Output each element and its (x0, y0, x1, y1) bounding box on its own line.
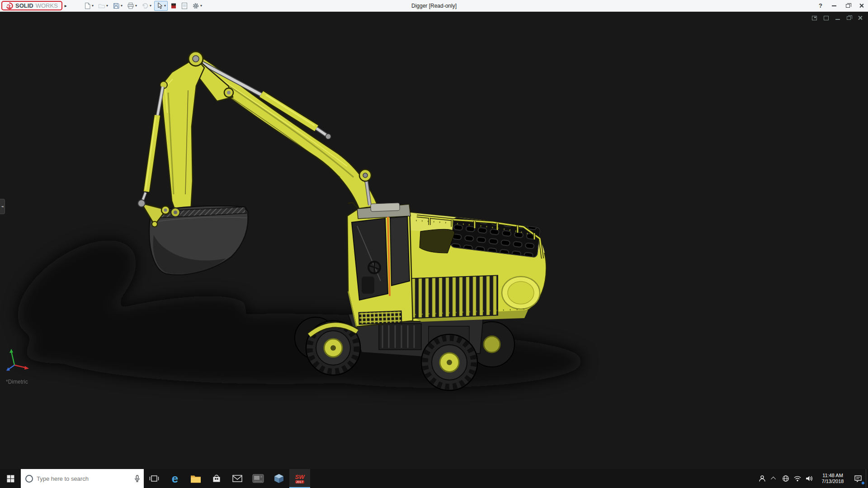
options-button[interactable]: ▾ (190, 1, 204, 11)
select-caret[interactable]: ▾ (164, 4, 166, 8)
windows-logo-icon (7, 475, 14, 483)
save-icon (113, 2, 120, 9)
show-desktop-button[interactable] (866, 469, 868, 488)
digger-model[interactable] (0, 12, 868, 469)
cube-app-icon (274, 473, 284, 484)
cube-app-button[interactable] (269, 469, 289, 488)
document-window-controls (812, 15, 863, 20)
undo-button[interactable]: ▾ (140, 1, 153, 11)
taskbar-search[interactable] (21, 469, 144, 488)
boom-cylinder (203, 63, 331, 139)
document-properties-icon (181, 2, 188, 9)
doc-minimize-icon[interactable] (835, 19, 840, 20)
minimize-button[interactable] (827, 0, 841, 11)
solidworks-logo[interactable]: SOLIDWORKS (1, 1, 62, 10)
file-explorer-icon (190, 474, 201, 483)
minimize-icon (832, 5, 836, 6)
doc-float-window-icon[interactable] (824, 16, 829, 20)
app-thumbnail-icon (252, 474, 264, 483)
task-view-button[interactable] (144, 469, 165, 488)
new-document-icon (84, 2, 91, 9)
network-button[interactable] (780, 469, 792, 488)
digger-body (409, 212, 546, 322)
volume-icon (805, 475, 813, 482)
open-folder-icon (98, 2, 105, 9)
clock-date: 7/13/2018 (822, 479, 844, 484)
new-document-caret[interactable]: ▾ (92, 4, 94, 8)
restore-button[interactable] (841, 0, 854, 11)
start-button[interactable] (0, 469, 21, 488)
document-title: Digger [Read-only] (411, 3, 457, 9)
side-grille (409, 276, 498, 319)
print-icon (127, 2, 134, 9)
store-icon (212, 474, 221, 483)
volume-button[interactable] (803, 469, 815, 488)
edge-icon: e (172, 473, 178, 484)
document-properties-button[interactable] (179, 1, 189, 11)
solidworks-app-icon: SW 2017 (295, 474, 305, 483)
toolbox-button[interactable] (169, 1, 179, 11)
search-input[interactable] (37, 475, 131, 482)
orientation-triad (4, 347, 32, 372)
taskbar: e (0, 469, 868, 488)
doc-restore-icon[interactable] (847, 16, 851, 20)
mail-button[interactable] (227, 469, 248, 488)
quick-access-toolbar: ▾ ▾ ▾ ▾ ▾ ▾ (82, 1, 204, 11)
help-button[interactable]: ? (814, 0, 827, 11)
close-button[interactable] (854, 0, 868, 11)
wheel-front-right (421, 334, 477, 390)
open-button[interactable]: ▾ (96, 1, 110, 11)
toolbar-flyout-arrow[interactable]: ▸ (65, 3, 67, 8)
window-controls: ? (814, 0, 868, 11)
edge-button[interactable]: e (165, 469, 185, 488)
file-explorer-button[interactable] (185, 469, 206, 488)
action-center-icon (854, 475, 862, 482)
app-thumbnail-button[interactable] (248, 469, 269, 488)
clock-time: 11:48 AM (822, 473, 843, 479)
close-icon (859, 3, 864, 8)
logo-text-solid: SOLID (15, 2, 33, 9)
new-document-button[interactable]: ▾ (82, 1, 95, 11)
open-caret[interactable]: ▾ (106, 4, 108, 8)
title-bar: SOLIDWORKS ▸ ▾ ▾ ▾ ▾ ▾ (0, 0, 868, 12)
wifi-button[interactable] (792, 469, 803, 488)
view-orientation-label: *Dimetric (6, 379, 28, 385)
people-icon (758, 475, 766, 482)
viewport-3d[interactable]: ◄ *Dimetric (0, 12, 868, 469)
cortana-icon (25, 475, 33, 483)
wifi-icon (793, 475, 802, 482)
select-cursor-icon (156, 2, 163, 9)
save-caret[interactable]: ▾ (121, 4, 123, 8)
action-center-button[interactable] (850, 469, 866, 488)
doc-new-window-icon[interactable] (812, 16, 817, 20)
undo-icon (142, 2, 149, 9)
options-gear-icon (192, 2, 199, 9)
digger-bucket (138, 200, 248, 275)
network-globe-icon (782, 475, 789, 482)
system-tray: 11:48 AM 7/13/2018 (756, 469, 868, 488)
logo-text-works: WORKS (36, 2, 58, 9)
undo-caret[interactable]: ▾ (150, 4, 151, 8)
print-caret[interactable]: ▾ (135, 4, 137, 8)
digger-cab (347, 202, 413, 327)
notification-badge (861, 481, 865, 485)
options-caret[interactable]: ▾ (200, 4, 202, 8)
mail-icon (232, 475, 242, 482)
restore-icon (846, 4, 850, 8)
doc-close-icon[interactable] (858, 15, 863, 20)
task-view-icon (149, 474, 160, 483)
3ds-logo-icon (6, 2, 13, 9)
solidworks-taskbar-button[interactable]: SW 2017 (289, 469, 310, 488)
select-tool-button[interactable]: ▾ (154, 1, 168, 11)
toolbox-icon (170, 2, 177, 9)
hidden-icons-button[interactable] (768, 469, 780, 488)
taskbar-clock[interactable]: 11:48 AM 7/13/2018 (815, 469, 850, 488)
chevron-up-icon (771, 477, 776, 482)
panel-collapse-tab[interactable]: ◄ (0, 199, 5, 214)
microphone-icon[interactable] (134, 475, 140, 483)
print-button[interactable]: ▾ (125, 1, 139, 11)
store-button[interactable] (206, 469, 227, 488)
save-button[interactable]: ▾ (111, 1, 124, 11)
solidworks-window: SOLIDWORKS ▸ ▾ ▾ ▾ ▾ ▾ (0, 0, 868, 488)
people-button[interactable] (756, 469, 768, 488)
